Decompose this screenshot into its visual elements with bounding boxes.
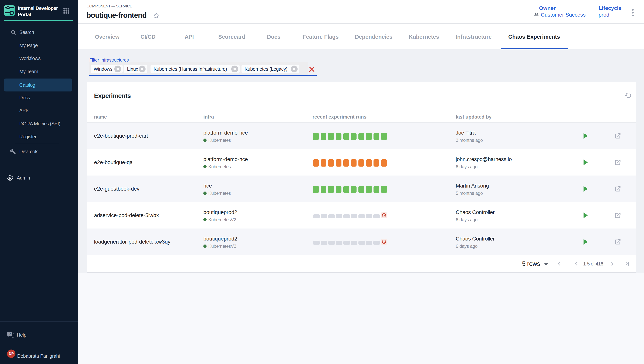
svg-text:?: ? xyxy=(9,332,11,336)
